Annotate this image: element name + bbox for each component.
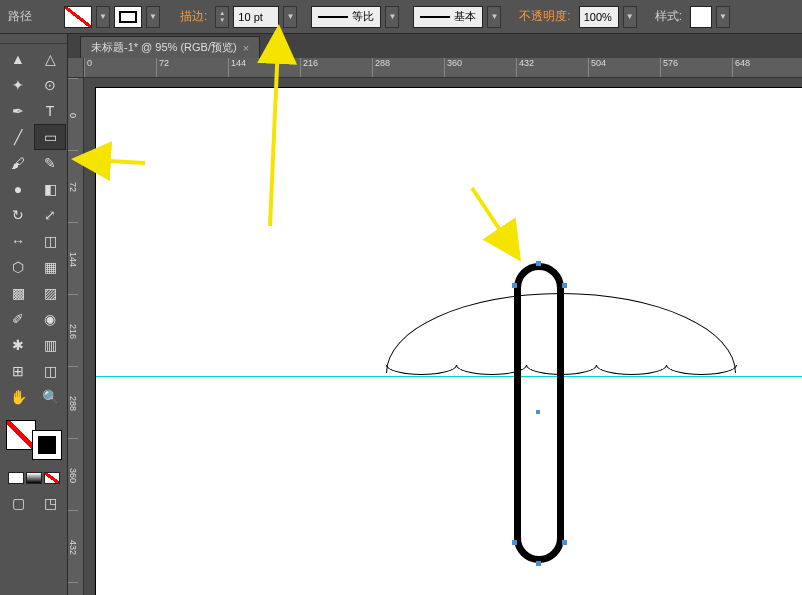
stroke-weight-dropdown[interactable]: [283, 6, 297, 28]
stroke-indicator[interactable]: [32, 430, 62, 460]
ruler-tick: 432: [516, 58, 588, 78]
anchor-point[interactable]: [562, 283, 567, 288]
anchor-point[interactable]: [536, 561, 541, 566]
anchor-point[interactable]: [512, 540, 517, 545]
ruler-tick: 504: [588, 58, 660, 78]
tool-gradient[interactable]: ▨: [34, 280, 66, 306]
ruler-tick: 216: [68, 294, 78, 366]
ruler-tick: 360: [444, 58, 516, 78]
tool-symbol-sprayer[interactable]: ✱: [2, 332, 34, 358]
fill-stroke-indicator[interactable]: [4, 418, 64, 462]
stroke-label: 描边:: [176, 8, 211, 25]
ruler-tick: 648: [732, 58, 802, 78]
tools-panel: ▲△✦⊙✒T╱▭🖌✎●◧↻⤢↔◫⬡▦▩▨✐◉✱▥⊞◫✋🔍 ▢◳: [0, 34, 68, 595]
document-tab[interactable]: 未标题-1* @ 95% (RGB/预览) ×: [80, 36, 260, 58]
tool-hand[interactable]: ✋: [2, 384, 34, 410]
ruler-origin[interactable]: [68, 58, 84, 78]
style-swatch[interactable]: [690, 6, 712, 28]
tool-paintbrush[interactable]: 🖌: [2, 150, 34, 176]
color-mode-none[interactable]: [44, 472, 60, 484]
vertical-ruler[interactable]: 072144216288360432504: [68, 78, 84, 595]
tool-rectangle[interactable]: ▭: [34, 124, 66, 150]
tool-screen-mode[interactable]: ▢: [2, 490, 34, 516]
fill-swatch[interactable]: [64, 6, 92, 28]
stroke-swatch[interactable]: [114, 6, 142, 28]
anchor-point[interactable]: [562, 540, 567, 545]
tool-column-graph[interactable]: ▥: [34, 332, 66, 358]
ruler-tick: 576: [660, 58, 732, 78]
ruler-tick: 144: [228, 58, 300, 78]
opacity-dropdown[interactable]: [623, 6, 637, 28]
ruler-tick: 360: [68, 438, 78, 510]
tool-eraser[interactable]: ◧: [34, 176, 66, 202]
brush-dropdown[interactable]: [487, 6, 501, 28]
tool-selection[interactable]: ▲: [2, 46, 34, 72]
color-mode-solid[interactable]: [8, 472, 24, 484]
tool-mesh[interactable]: ▩: [2, 280, 34, 306]
tool-direct-selection[interactable]: △: [34, 46, 66, 72]
horizontal-ruler[interactable]: 072144216288360432504576648: [84, 58, 802, 78]
options-bar: 路径 描边: 10 pt 等比 基本 不透明度: 100% 样式:: [0, 0, 802, 34]
ruler-tick: 432: [68, 510, 78, 582]
anchor-point[interactable]: [536, 261, 541, 266]
panel-grip[interactable]: [0, 34, 67, 44]
ruler-tick: 72: [68, 150, 78, 222]
ruler-tick: 72: [156, 58, 228, 78]
tool-type[interactable]: T: [34, 98, 66, 124]
style-dropdown[interactable]: [716, 6, 730, 28]
fill-dropdown[interactable]: [96, 6, 110, 28]
tool-slice[interactable]: ◫: [34, 358, 66, 384]
tool-free-transform[interactable]: ◫: [34, 228, 66, 254]
ruler-tick: 144: [68, 222, 78, 294]
tool-line[interactable]: ╱: [2, 124, 34, 150]
brush-definition[interactable]: 基本: [413, 6, 483, 28]
ruler-tick: 0: [84, 58, 156, 78]
scallop: [596, 365, 667, 375]
ruler-tick: 216: [300, 58, 372, 78]
stroke-weight-field[interactable]: 10 pt: [233, 6, 279, 28]
tool-zoom[interactable]: 🔍: [34, 384, 66, 410]
ruler-tick: 504: [68, 582, 78, 595]
anchor-point[interactable]: [512, 283, 517, 288]
tool-rotate[interactable]: ↻: [2, 202, 34, 228]
ruler-tick: 0: [68, 78, 78, 150]
variable-width-profile[interactable]: 等比: [311, 6, 381, 28]
tool-scale[interactable]: ⤢: [34, 202, 66, 228]
color-mode-gradient[interactable]: [26, 472, 42, 484]
style-label: 样式:: [651, 8, 686, 25]
scallop: [386, 365, 457, 375]
tool-artboard[interactable]: ⊞: [2, 358, 34, 384]
tool-pen[interactable]: ✒: [2, 98, 34, 124]
opacity-label: 不透明度:: [515, 8, 574, 25]
tool-lasso[interactable]: ⊙: [34, 72, 66, 98]
color-mode-row: [0, 468, 67, 488]
ruler-tick: 288: [372, 58, 444, 78]
stroke-dropdown[interactable]: [146, 6, 160, 28]
tool-eyedropper[interactable]: ✐: [2, 306, 34, 332]
tab-title: 未标题-1* @ 95% (RGB/预览): [91, 40, 237, 55]
tool-blob[interactable]: ●: [2, 176, 34, 202]
selection-center: [536, 410, 540, 414]
tool-magic-wand[interactable]: ✦: [2, 72, 34, 98]
tool-width[interactable]: ↔: [2, 228, 34, 254]
tool-shape-builder[interactable]: ⬡: [2, 254, 34, 280]
document-tabs: 未标题-1* @ 95% (RGB/预览) ×: [0, 34, 802, 58]
tab-close-icon[interactable]: ×: [243, 42, 249, 54]
tool-pencil[interactable]: ✎: [34, 150, 66, 176]
tool-blend[interactable]: ◉: [34, 306, 66, 332]
tool-perspective[interactable]: ▦: [34, 254, 66, 280]
tool-change-screen[interactable]: ◳: [34, 490, 66, 516]
canvas[interactable]: [84, 78, 802, 595]
profile-dropdown[interactable]: [385, 6, 399, 28]
artboard: [96, 88, 802, 595]
scallop: [666, 365, 737, 375]
opacity-field[interactable]: 100%: [579, 6, 619, 28]
ruler-tick: 288: [68, 366, 78, 438]
stroke-weight-spinner[interactable]: [215, 6, 229, 28]
mode-label: 路径: [4, 8, 36, 25]
